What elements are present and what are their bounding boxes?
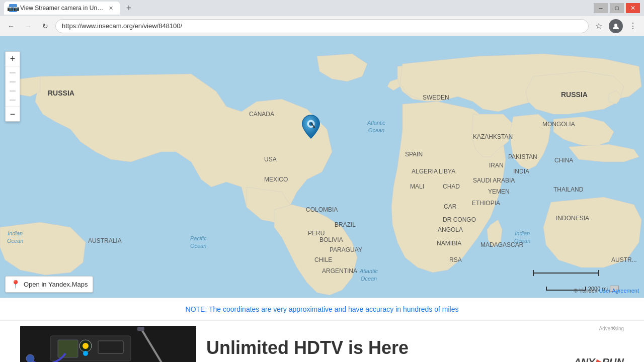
profile-button[interactable]: [609, 19, 623, 33]
bookmark-button[interactable]: ☆: [592, 19, 606, 33]
ad-brand: ANY▶RUN: [574, 354, 624, 362]
tab-favicon-icon: 📷: [9, 4, 17, 12]
browser-chrome: 📷 View Streamer camera in United Sta ✕ +…: [0, 0, 644, 36]
zoom-slider: [6, 66, 20, 107]
yandex-pin-icon: 📍: [11, 280, 21, 289]
note-text: NOTE: The coordinates are very approxima…: [186, 305, 459, 313]
menu-button[interactable]: ⋮: [626, 19, 640, 33]
ad-text: Unlimited HDTV is Here: [206, 337, 409, 358]
svg-rect-18: [137, 327, 144, 331]
tab-title: View Streamer camera in United Sta: [20, 5, 104, 12]
attribution-link[interactable]: User Agreement: [599, 288, 639, 294]
ad-close-button[interactable]: ✕: [611, 325, 616, 332]
note-container: NOTE: The coordinates are very approxima…: [0, 298, 644, 320]
forward-button[interactable]: →: [21, 19, 35, 33]
map-controls: + −: [5, 51, 20, 122]
svg-point-16: [26, 354, 34, 363]
new-tab-button[interactable]: +: [122, 1, 136, 15]
open-yandex-button[interactable]: 📍 Open in Yandex.Maps: [5, 276, 93, 293]
url-display: https://www.insecam.org/en/view/848100/: [62, 22, 182, 30]
refresh-button[interactable]: ↻: [38, 19, 52, 33]
close-button[interactable]: ✕: [626, 3, 640, 13]
open-yandex-label: Open in Yandex.Maps: [24, 281, 88, 288]
ad-image: [20, 326, 196, 363]
window-controls: ─ □ ✕: [594, 3, 640, 13]
svg-rect-11: [58, 340, 78, 357]
minimize-button[interactable]: ─: [594, 3, 608, 13]
maximize-button[interactable]: □: [610, 3, 624, 13]
title-bar: 📷 View Streamer camera in United Sta ✕ +…: [0, 0, 644, 16]
nav-bar: ← → ↻ https://www.insecam.org/en/view/84…: [0, 16, 644, 36]
zoom-in-button[interactable]: +: [6, 52, 20, 66]
zoom-out-button[interactable]: −: [6, 107, 20, 121]
ad-container: Unlimited HDTV is Here Advertising ✕ ANY…: [0, 320, 644, 362]
svg-point-14: [83, 351, 88, 356]
tab-close-button[interactable]: ✕: [107, 4, 115, 12]
address-bar[interactable]: https://www.insecam.org/en/view/848100/: [55, 19, 589, 33]
map-pin: [301, 114, 321, 141]
browser-tab[interactable]: 📷 View Streamer camera in United Sta ✕: [4, 2, 120, 15]
back-button[interactable]: ←: [4, 19, 18, 33]
world-map-svg: [0, 36, 644, 298]
attribution-text: © Yandex: [574, 288, 597, 294]
svg-point-13: [83, 343, 89, 349]
map-attribution: © Yandex User Agreement: [574, 288, 639, 294]
ad-brand-logo: ANY▶RUN: [574, 354, 624, 362]
svg-rect-15: [98, 341, 123, 353]
map-container[interactable]: RUSSIA RUSSIA CANADA USA CHINA INDIA MON…: [0, 36, 644, 298]
